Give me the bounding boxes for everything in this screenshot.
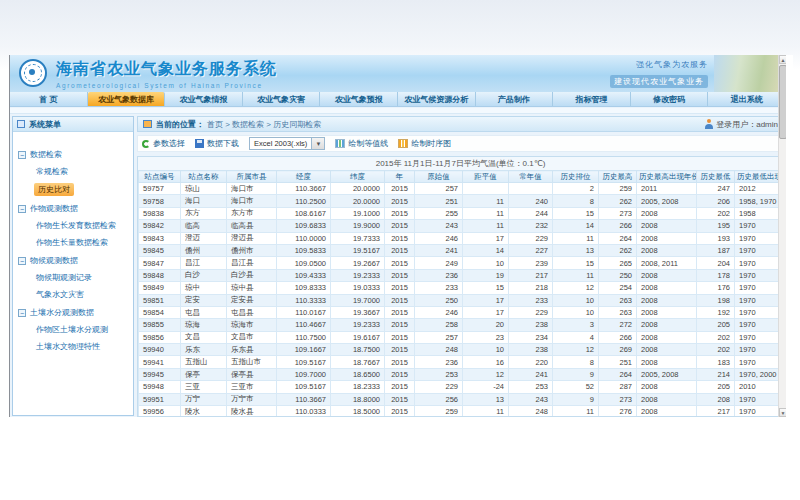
scroll-down-icon[interactable]: ▼ — [779, 408, 786, 417]
user-icon — [704, 119, 713, 129]
table-row[interactable]: 59849琼中琼中县109.833319.0333201523315218122… — [139, 282, 785, 294]
nav-item[interactable]: 指标管理 — [553, 92, 631, 106]
table-row[interactable]: 59941五指山五指山市109.516718.76672015236162208… — [139, 356, 785, 368]
table-cell: 琼山 — [181, 183, 227, 195]
scroll-up-icon[interactable]: ▲ — [779, 55, 786, 64]
data-download-button[interactable]: 数据下载 — [195, 138, 239, 149]
tree-group[interactable]: −数据检索 — [18, 149, 130, 160]
table-cell: 2015 — [385, 356, 415, 368]
breadcrumb-bar: 当前的位置： 首页 > 数据检索 > 历史同期检索 登录用户： admin — [137, 116, 784, 132]
table-row[interactable]: 59851定安定安县110.333319.7000201525017233102… — [139, 294, 785, 306]
tree-item[interactable]: 作物生长发育数据检索 — [18, 220, 130, 231]
table-cell: 109.5167 — [277, 381, 331, 393]
tree-item[interactable]: 常规检索 — [18, 166, 130, 177]
nav-item[interactable]: 产品制作 — [476, 92, 554, 106]
table-cell: 2008 — [637, 406, 697, 417]
table-row[interactable]: 59948三亚三亚市109.516718.23332015229-2425352… — [139, 381, 785, 393]
app-title: 海南省农业气象业务服务系统 — [56, 59, 277, 80]
chevron-down-icon[interactable]: ▼ — [312, 137, 325, 150]
tree-item[interactable]: 气象水文灾害 — [18, 289, 130, 300]
nav-item[interactable]: 农业气象数据库 — [88, 92, 166, 106]
scrollbar-thumb[interactable] — [779, 65, 786, 139]
table-cell: 202 — [697, 207, 735, 219]
table-row[interactable]: 59848白沙白沙县109.433319.2333201523619217112… — [139, 269, 785, 281]
draw-contour-button[interactable]: 绘制等值线 — [335, 138, 388, 149]
table-row[interactable]: 59945保亭保亭县109.700018.6500201525312241926… — [139, 368, 785, 380]
table-cell: 海口市 — [227, 195, 277, 207]
table-row[interactable]: 59845儋州儋州市109.583319.5167201524114227132… — [139, 244, 785, 256]
draw-timeseries-button[interactable]: 绘制时序图 — [398, 138, 451, 149]
tree-item[interactable]: 物候期观测记录 — [18, 272, 130, 283]
table-row[interactable]: 59757琼山海口市110.366720.0000201525722592011… — [139, 183, 785, 195]
table-cell: 19.0333 — [331, 282, 385, 294]
collapse-icon[interactable]: − — [18, 205, 26, 213]
table-cell: 243 — [509, 393, 553, 405]
tree-group[interactable]: −土壤水分观测数据 — [18, 307, 130, 318]
table-cell: 三亚 — [181, 381, 227, 393]
table-cell: 2012 — [735, 183, 785, 195]
column-header: 距平值 — [463, 171, 509, 183]
table-title: 2015年 11月1日-11月7日平均气温(单位：0.1℃) — [138, 157, 783, 170]
tree-item[interactable]: 历史比对 — [34, 183, 74, 196]
table-header: 站点编号站点名称所属市县经度纬度年原始值距平值常年值历史排位历史最高历史最高出现… — [139, 171, 785, 183]
table-row[interactable]: 59842临高临高县109.683319.9000201524311232142… — [139, 220, 785, 232]
table-cell: 19.2333 — [331, 269, 385, 281]
collapse-icon[interactable]: − — [18, 309, 26, 317]
nav-item[interactable]: 退出系统 — [708, 92, 786, 106]
nav-item[interactable]: 农业气候资源分析 — [398, 92, 476, 106]
table-row[interactable]: 59951万宁万宁市110.366718.8000201525613243927… — [139, 393, 785, 405]
table-body: 59757琼山海口市110.366720.0000201525722592011… — [139, 183, 785, 418]
table-cell: 195 — [697, 220, 735, 232]
table-cell: 59758 — [139, 195, 181, 207]
table-cell: 1970 — [735, 393, 785, 405]
table-row[interactable]: 59855琼海琼海市110.466719.2333201525820238327… — [139, 319, 785, 331]
param-select-button[interactable]: 参数选择 — [142, 138, 185, 149]
column-header: 历史最低 — [697, 171, 735, 183]
table-row[interactable]: 59838东方东方市108.616719.1000201525511244152… — [139, 207, 785, 219]
table-cell: 59842 — [139, 220, 181, 232]
table-row[interactable]: 59847昌江昌江县109.050019.2667201524910239152… — [139, 257, 785, 269]
tree-group[interactable]: −作物观测数据 — [18, 203, 130, 214]
table-cell: 2015 — [385, 294, 415, 306]
table-cell: 110.3333 — [277, 294, 331, 306]
tree-item[interactable]: 土壤水文物理特性 — [18, 341, 130, 352]
table-cell: 187 — [697, 244, 735, 256]
nav-item[interactable]: 农业气象预报 — [320, 92, 398, 106]
tree-group[interactable]: −物候观测数据 — [18, 255, 130, 266]
nav-item[interactable]: 首 页 — [10, 92, 88, 106]
nav-item[interactable]: 修改密码 — [631, 92, 709, 106]
table-cell: 18.7500 — [331, 344, 385, 356]
collapse-icon[interactable]: − — [18, 257, 26, 265]
header-banner: 海南省农业气象业务服务系统 Agrometeorological System … — [10, 55, 786, 92]
collapse-icon[interactable]: − — [18, 151, 26, 159]
table-cell: 2015 — [385, 319, 415, 331]
table-cell: 110.3667 — [277, 393, 331, 405]
table-cell: 11 — [553, 269, 599, 281]
table-row[interactable]: 59758海口海口市110.250020.0000201525111240826… — [139, 195, 785, 207]
table-cell: 昌江县 — [227, 257, 277, 269]
tree-item[interactable]: 作物生长量数据检索 — [18, 237, 130, 248]
table-cell: 17 — [463, 294, 509, 306]
table-row[interactable]: 59956陵水陵水县110.033318.5000201525911248112… — [139, 406, 785, 417]
download-format-select[interactable]: Excel 2003(.xls) ▼ — [249, 137, 325, 150]
table-cell: 12 — [553, 282, 599, 294]
toolbar: 参数选择 数据下载 Excel 2003(.xls) ▼ 绘制等值线 绘制时序图 — [137, 135, 784, 152]
vertical-scrollbar[interactable]: ▲ ▼ — [778, 55, 786, 417]
table-cell: 2008 — [637, 306, 697, 318]
table-cell: 2015 — [385, 381, 415, 393]
table-cell: 昌江 — [181, 257, 227, 269]
table-cell: 19.5167 — [331, 244, 385, 256]
table-row[interactable]: 59854屯昌屯昌县110.016719.3667201524617229102… — [139, 306, 785, 318]
column-header: 所属市县 — [227, 171, 277, 183]
nav-item[interactable]: 农业气象情报 — [165, 92, 243, 106]
table-row[interactable]: 59843澄迈澄迈县110.000019.7333201524617229112… — [139, 232, 785, 244]
column-header: 经度 — [277, 171, 331, 183]
table-cell: 59843 — [139, 232, 181, 244]
nav-item[interactable]: 农业气象灾害 — [243, 92, 321, 106]
table-cell: 2011 — [637, 183, 697, 195]
tree-item[interactable]: 作物区土壤水分观测 — [18, 324, 130, 335]
table-cell: 110.7500 — [277, 331, 331, 343]
table-row[interactable]: 59856文昌文昌市110.750019.6167201525723234426… — [139, 331, 785, 343]
table-cell: 陵水县 — [227, 406, 277, 417]
table-row[interactable]: 59940乐东乐东县109.166718.7500201524810238122… — [139, 344, 785, 356]
